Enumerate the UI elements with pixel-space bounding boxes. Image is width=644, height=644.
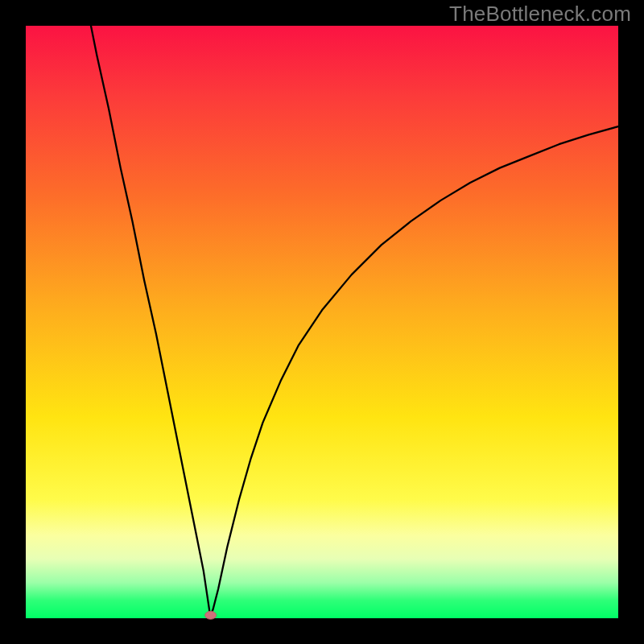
curve-layer — [26, 26, 618, 618]
curve-left-branch — [91, 26, 211, 615]
curve-right-branch — [211, 126, 618, 615]
watermark-text: TheBottleneck.com — [449, 2, 631, 27]
chart-frame: TheBottleneck.com — [0, 0, 644, 644]
gradient-plot-area — [26, 26, 618, 618]
sweet-spot-marker — [205, 611, 217, 619]
